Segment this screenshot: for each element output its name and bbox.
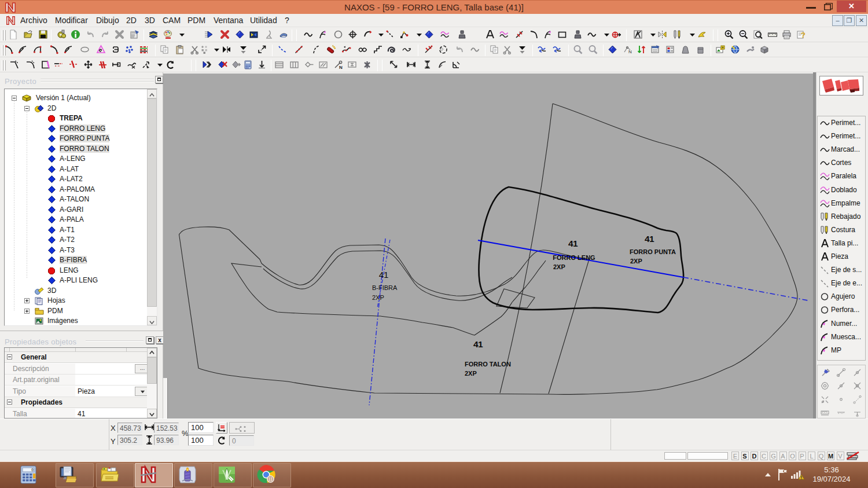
svg-text:2XP: 2XP [630,258,642,265]
svg-text:2XP: 2XP [553,263,565,270]
svg-text:?: ? [801,31,806,39]
svg-text:N: N [628,49,632,54]
svg-text:0: 0 [31,468,34,472]
svg-text:FORRO LENG: FORRO LENG [553,254,595,261]
svg-text:41: 41 [473,339,483,349]
svg-text:N: N [339,65,343,69]
svg-text:B-FIBRA: B-FIBRA [372,284,398,291]
svg-text:41: 41 [568,239,578,248]
svg-text:2XP: 2XP [372,294,384,301]
svg-text:FORRO PUNTA: FORRO PUNTA [630,248,676,255]
svg-text:FORRO TALON: FORRO TALON [465,361,511,368]
svg-text:41: 41 [645,234,654,244]
svg-text:41: 41 [379,270,389,280]
svg-text:2XP: 2XP [465,370,477,377]
